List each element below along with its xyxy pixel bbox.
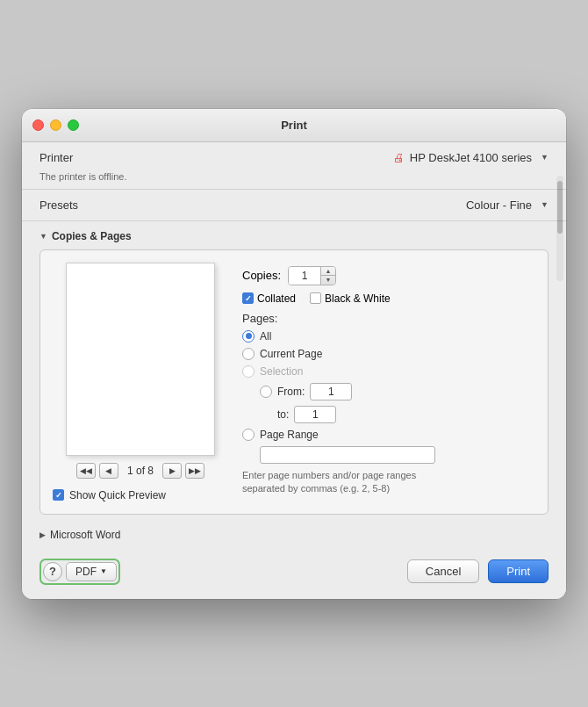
printer-chevron-icon: ▼ [541,153,549,162]
minimize-button[interactable] [50,119,61,131]
footer-right: Cancel Print [407,559,549,583]
radio-current-button[interactable] [242,348,255,360]
pdf-btn-wrapper: ? PDF ▼ [39,559,120,585]
to-row: to: [242,406,535,423]
copies-field[interactable] [289,267,320,285]
check-icon: ✓ [55,491,62,500]
nav-first-button[interactable]: ◀◀ [76,463,96,479]
radio-from-button[interactable] [260,386,272,398]
copies-pages-section: ▼ Copies & Pages ◀◀ ◀ 1 of 8 ▶ ▶▶ [22,221,566,520]
black-white-checkbox-item[interactable]: Black & White [310,292,391,305]
copies-pages-label: Copies & Pages [52,230,132,242]
radio-selection[interactable]: Selection [242,365,535,378]
titlebar: Print [22,109,566,142]
copies-label: Copies: [242,269,281,282]
quick-preview-row: ✓ Show Quick Preview [53,489,228,501]
presets-chevron-icon: ▼ [541,200,549,209]
hint-text: Enter page numbers and/or page ranges se… [242,469,435,496]
show-quick-preview-checkbox[interactable]: ✓ [53,489,64,501]
from-input[interactable] [310,383,352,400]
to-label: to: [277,408,289,421]
black-white-label: Black & White [325,292,391,305]
collated-check-icon: ✓ [245,294,252,303]
window-title: Print [281,119,307,132]
presets-label: Presets [39,198,110,212]
copies-increment-button[interactable]: ▲ [321,267,335,276]
copies-pages-header[interactable]: ▼ Copies & Pages [39,230,549,242]
preview-nav: ◀◀ ◀ 1 of 8 ▶ ▶▶ [76,463,204,479]
cancel-button[interactable]: Cancel [407,559,479,583]
printer-icon: 🖨 [393,151,405,164]
page-range-input[interactable] [260,446,435,464]
pages-label: Pages: [242,312,535,325]
radio-selection-button[interactable] [242,365,255,378]
printer-label: Printer [39,151,110,164]
radio-selection-label: Selection [260,365,303,378]
preview-area: ◀◀ ◀ 1 of 8 ▶ ▶▶ ✓ Show Quick Preview [53,263,228,501]
presets-selector[interactable]: Colour - Fine ▼ [110,198,549,212]
maximize-button[interactable] [68,119,79,131]
copies-row: Copies: ▲ ▼ [242,266,535,285]
nav-prev-button[interactable]: ◀ [99,463,118,479]
printer-offline-text: The printer is offline. [22,170,566,190]
black-white-checkbox[interactable] [310,292,321,304]
footer-left: ? PDF ▼ [39,559,120,585]
presets-row: Presets Colour - Fine ▼ [22,190,566,221]
range-row: From: [242,383,535,400]
radio-all[interactable]: All [242,330,535,343]
radio-page-range-label: Page Range [260,429,319,441]
microsoft-word-triangle-icon: ▶ [39,530,46,539]
nav-next-button[interactable]: ▶ [162,463,182,479]
from-label: From: [277,386,305,398]
scrollbar[interactable] [556,176,563,281]
radio-all-indicator [246,333,252,339]
radio-current-label: Current Page [260,348,322,360]
presets-value: Colour - Fine [466,198,532,212]
radio-all-label: All [260,330,271,343]
pdf-button[interactable]: PDF ▼ [66,562,117,581]
pages-section: Pages: All Current Page [242,312,535,496]
microsoft-word-row[interactable]: ▶ Microsoft Word [22,520,566,550]
page-indicator: 1 of 8 [127,465,154,477]
collated-checkbox[interactable]: ✓ [242,292,254,304]
nav-last-button[interactable]: ▶▶ [185,463,204,479]
radio-current-page[interactable]: Current Page [242,348,535,360]
page-preview [66,263,215,456]
pdf-chevron-icon: ▼ [100,567,107,575]
copies-pages-panel: ◀◀ ◀ 1 of 8 ▶ ▶▶ ✓ Show Quick Preview [39,249,549,515]
printer-row: Printer 🖨 HP DeskJet 4100 series ▼ [22,142,566,170]
copies-decrement-button[interactable]: ▼ [321,276,335,285]
close-button[interactable] [32,119,44,131]
collated-label: Collated [257,292,296,305]
collated-checkbox-item[interactable]: ✓ Collated [242,292,296,305]
microsoft-word-label: Microsoft Word [50,529,120,541]
printer-name: HP DeskJet 4100 series [410,151,532,164]
copies-stepper[interactable]: ▲ ▼ [288,266,336,285]
show-quick-preview-label: Show Quick Preview [69,489,166,501]
to-input[interactable] [294,406,336,423]
radio-page-range-button[interactable] [242,429,255,441]
help-button[interactable]: ? [43,562,62,581]
traffic-lights[interactable] [32,119,79,131]
footer: ? PDF ▼ Cancel Print [22,550,566,599]
spin-arrows: ▲ ▼ [320,267,335,285]
checkboxes-row: ✓ Collated Black & White [242,292,535,305]
print-button[interactable]: Print [488,559,549,583]
pdf-label: PDF [75,566,97,578]
options-area: Copies: ▲ ▼ ✓ [242,263,535,501]
radio-all-button[interactable] [242,330,255,343]
printer-selector[interactable]: 🖨 HP DeskJet 4100 series ▼ [110,151,549,164]
scrollbar-thumb[interactable] [557,181,563,234]
radio-page-range[interactable]: Page Range [242,429,535,441]
section-triangle-icon: ▼ [39,232,47,241]
